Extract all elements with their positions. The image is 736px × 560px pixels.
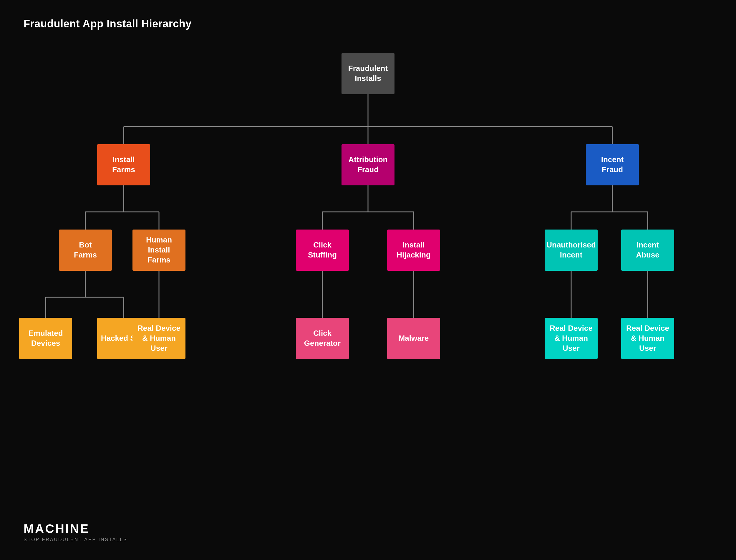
- node-install-hijacking: Install Hijacking: [387, 230, 440, 271]
- node-emulated-devices: Emulated Devices: [19, 318, 72, 359]
- logo-tagline: STOP FRAUDULENT APP INSTALLS: [24, 537, 127, 542]
- logo: MACHINE STOP FRAUDULENT APP INSTALLS: [24, 522, 127, 542]
- node-click-generator: Click Generator: [296, 318, 349, 359]
- node-real-device-human-1: Real Device & Human User: [132, 318, 185, 359]
- node-real-device-human-2: Real Device & Human User: [545, 318, 598, 359]
- node-malware: Malware: [387, 318, 440, 359]
- node-click-stuffing: Click Stuffing: [296, 230, 349, 271]
- chart-container: Fraudulent Installs Install Farms Attrib…: [0, 0, 736, 560]
- node-incent-fraud: Incent Fraud: [586, 144, 639, 185]
- node-incent-abuse: Incent Abuse: [621, 230, 674, 271]
- node-install-farms: Install Farms: [97, 144, 150, 185]
- node-real-device-human-3: Real Device & Human User: [621, 318, 674, 359]
- node-fraudulent-installs: Fraudulent Installs: [341, 53, 395, 94]
- node-unauthorised-incent: Unauthorised Incent: [545, 230, 598, 271]
- node-human-install-farms: Human Install Farms: [132, 230, 185, 271]
- node-attribution-fraud: Attribution Fraud: [341, 144, 395, 185]
- node-bot-farms: Bot Farms: [59, 230, 112, 271]
- logo-name: MACHINE: [24, 522, 127, 536]
